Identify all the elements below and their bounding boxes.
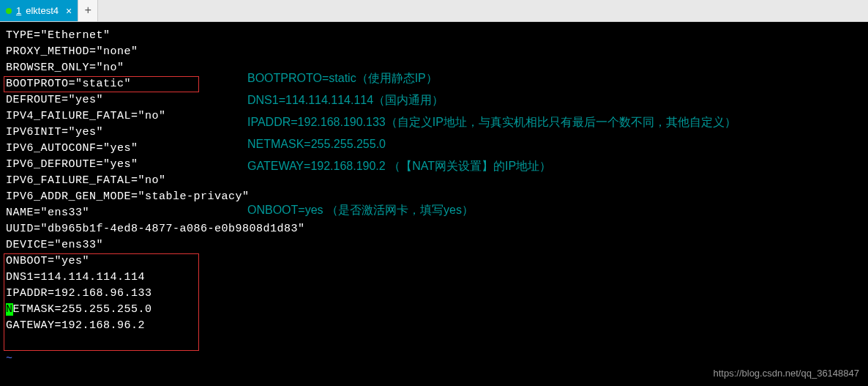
status-dot-icon <box>6 8 12 14</box>
annotation-onboot: ONBOOT=yes （是否激活网卡，填写yes） <box>247 199 736 221</box>
config-line: DNS1=114.114.114.114 <box>6 270 862 286</box>
terminal-view[interactable]: TYPE="Ethernet" PROXY_METHOD="none" BROW… <box>0 22 868 386</box>
watermark-text: https://blog.csdn.net/qq_36148847 <box>714 365 860 382</box>
tab-elktest4[interactable]: 1 elktest4 × <box>0 0 78 21</box>
config-line: TYPE="Ethernet" <box>6 28 862 44</box>
config-line: DEVICE="ens33" <box>6 237 862 253</box>
annotation-bootproto: BOOTPROTO=static（使用静态IP） <box>247 67 736 89</box>
annotation-ipaddr: IPADDR=192.168.190.133（自定义IP地址，与真实机相比只有最… <box>247 111 736 133</box>
plus-icon: + <box>84 4 91 18</box>
cursor-icon: N <box>6 303 13 316</box>
config-line: PROXY_METHOD="none" <box>6 44 862 60</box>
netmask-rest: ETMASK=255.255.255.0 <box>13 303 152 316</box>
config-line: ONBOOT="yes" <box>6 253 862 270</box>
tab-title: elktest4 <box>26 5 59 16</box>
annotation-dns: DNS1=114.114.114.114（国内通用） <box>247 89 736 111</box>
config-line: IPADDR=192.168.96.133 <box>6 286 862 302</box>
close-icon[interactable]: × <box>66 5 72 17</box>
add-tab-button[interactable]: + <box>78 0 98 21</box>
tab-bar: 1 elktest4 × + <box>0 0 868 22</box>
config-line: UUID="db965b1f-4ed8-4877-a086-e0b9808d1d… <box>6 221 862 237</box>
annotation-netmask: NETMASK=255.255.255.0 <box>247 133 736 155</box>
config-line: GATEWAY=192.168.96.2 <box>6 318 862 334</box>
vim-tilde: ~ <box>6 351 12 367</box>
tab-number: 1 <box>16 5 21 16</box>
annotations-panel: BOOTPROTO=static（使用静态IP） DNS1=114.114.11… <box>247 67 736 221</box>
annotation-gateway: GATEWAY=192.168.190.2 （【NAT网关设置】的IP地址） <box>247 155 736 177</box>
config-line-netmask: NETMASK=255.255.255.0 <box>6 302 862 318</box>
